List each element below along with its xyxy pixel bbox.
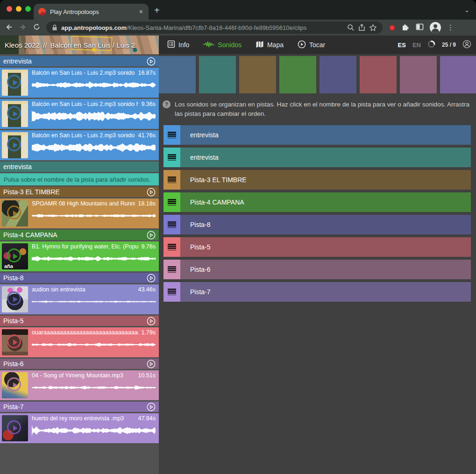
tab-close-icon[interactable]: × [138,8,144,15]
track-drag-handle[interactable] [163,170,180,190]
menu-item-sonidos[interactable]: Sonidos [203,41,242,50]
recording-extension-icon[interactable] [389,25,395,31]
track-drag-handle[interactable] [163,192,180,212]
track-header[interactable]: entrevista [0,56,159,66]
track-play-button[interactable] [147,231,156,240]
clip-thumbnail[interactable] [2,415,28,441]
share-icon[interactable] [358,24,365,31]
clip-thumbnail[interactable] [2,101,28,127]
track-drag-handle[interactable] [163,148,180,167]
track-bar[interactable]: Pista-4 CAMPANA [163,192,471,212]
profile-avatar[interactable] [430,22,441,33]
clip-thumbnail[interactable]: aña [2,243,28,269]
track-header[interactable]: Pista-8 [0,273,159,283]
lang-es-button[interactable]: ES [398,42,406,49]
track-header[interactable]: Pista-4 CAMPANA [0,230,159,240]
track-bar-body[interactable]: Pista-3 EL TIMBRE [180,170,471,190]
track-play-button[interactable] [147,317,156,325]
audio-clip[interactable]: Balcón en San Luis - Luis 2.mp3 sonido h… [0,99,159,129]
breadcrumb-separator: // [43,41,47,49]
audio-clip[interactable]: aña B1. Hymns for purifying water, Etc. … [0,241,159,271]
site-header: Kleos 2022 // Balcón en San Luis / Luis … [0,35,476,54]
lang-en-button[interactable]: EN [412,42,421,49]
clip-thumbnail[interactable] [2,70,28,96]
bookmark-star-icon[interactable] [369,24,377,32]
menu-item-mapa[interactable]: Mapa [256,41,284,50]
track-header[interactable]: entrevista [0,162,159,172]
clip-waveform [32,210,156,222]
track-header[interactable]: Pista-3 EL TIMBRE [0,187,159,197]
track-bar-body[interactable]: Pista-8 [180,215,471,234]
audio-clip[interactable]: huerto del rey moro entrevista .mp3 47.9… [0,413,159,443]
clip-duration: 9.36s [141,101,156,107]
browser-tab[interactable]: Play Antropoloops × [34,4,149,20]
menu-item-info[interactable]: Info [167,40,189,50]
track-play-button[interactable] [147,403,156,411]
track-bar[interactable]: Pista-3 EL TIMBRE [163,170,471,190]
track-bar[interactable]: Pista-7 [163,282,471,302]
track-bar[interactable]: Pista-5 [163,237,471,257]
track-bar-body[interactable]: Pista-7 [180,282,471,302]
track-bar[interactable]: entrevista [163,148,471,167]
breadcrumb-project[interactable]: Kleos 2022 [5,41,40,49]
clip-play-triangle-icon [13,211,18,216]
clip-thumbnail[interactable] [2,200,28,226]
track-header[interactable]: Pista-7 [0,402,159,412]
loading-spinner-icon [427,40,435,50]
track-header[interactable]: Pista-5 [0,316,159,326]
tab-search-chevron-icon[interactable]: ⌄ [464,7,469,14]
url-bar[interactable]: app.antropoloops.com/Kleos-Santa-Marina/… [46,21,383,34]
side-panel-icon[interactable] [416,23,424,33]
track-play-button[interactable] [147,57,156,66]
close-window-button[interactable] [7,6,12,12]
track-color-swatch [320,56,356,93]
audio-clip[interactable]: Balcón en San Luis - Luis 2.mp3 sonido h… [0,130,159,160]
menu-item-label: Info [178,41,189,49]
track-play-button[interactable] [147,360,156,368]
extensions-puzzle-icon[interactable] [401,22,410,33]
drag-handle-icon [168,177,176,183]
track-bar-body[interactable]: Pista-5 [180,237,471,257]
track-bar[interactable]: Pista-6 [163,260,471,279]
audio-clip[interactable]: ouaraaaaaaaaaaaaaaaaaaaaaaaaaaaaaaaaaaaa… [0,327,159,357]
track-bar[interactable]: Pista-8 [163,215,471,234]
track-bar-body[interactable]: Pista-6 [180,260,471,279]
reload-button[interactable] [33,23,41,32]
track-bar-label: Pista-5 [190,243,211,251]
track-bar[interactable]: entrevista [163,125,471,145]
browser-window: Play Antropoloops × + ⌄ app.antropoloops… [0,0,476,474]
clip-thumbnail[interactable] [2,329,28,355]
track-drag-handle[interactable] [163,282,180,302]
track-bar-body[interactable]: entrevista [180,148,471,167]
account-icon[interactable] [462,40,471,50]
clip-duration: 41.76s [138,132,156,139]
track-drag-handle[interactable] [163,125,180,145]
new-tab-button[interactable]: + [154,6,160,15]
clip-thumbnail[interactable] [2,132,28,158]
zoom-window-button[interactable] [25,6,31,12]
drag-handle-icon [168,132,176,138]
track-bar-label: Pista-8 [190,221,211,228]
clip-thumbnail[interactable] [2,372,28,398]
forward-button[interactable] [19,23,27,33]
minimize-window-button[interactable] [16,6,21,12]
audio-clip[interactable]: audion sin entrevista 43.46s [0,284,159,314]
browser-menu-icon[interactable]: ⋮ [447,23,454,32]
url-text[interactable]: app.antropoloops.com/Kleos-Santa-Marina/… [61,24,343,31]
audio-clip[interactable]: Balcón en San Luis - Luis 2.mp3 sonido h… [0,68,159,98]
track-bar-body[interactable]: Pista-4 CAMPANA [180,192,471,212]
track-drag-handle[interactable] [163,260,180,279]
track-bar-body[interactable]: entrevista [180,125,471,145]
track-header[interactable]: Pista-6 [0,359,159,369]
track-drag-handle[interactable] [163,237,180,257]
back-button[interactable] [5,23,13,33]
audio-clip[interactable]: SPOAMR 08 High Mountains and Running ...… [0,198,159,228]
track-play-button[interactable] [147,188,156,197]
menu-item-tocar[interactable]: Tocar [298,40,325,50]
clip-thumbnail[interactable] [2,286,28,312]
zoom-page-icon[interactable] [347,24,355,31]
track-play-button[interactable] [147,274,156,283]
track-drag-handle[interactable] [163,215,180,234]
clip-play-triangle-icon [13,297,18,302]
audio-clip[interactable]: 04 - Song of Yimeng Mountain.mp3 10.51s [0,370,159,400]
